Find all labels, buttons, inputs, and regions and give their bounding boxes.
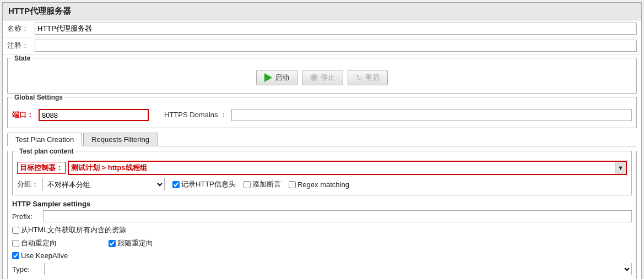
comment-row: 注释： bbox=[3, 37, 641, 54]
type-select-wrap bbox=[44, 263, 632, 275]
checkbox-regex-label: Regex matching bbox=[297, 180, 349, 189]
checkbox-regex[interactable] bbox=[289, 181, 296, 188]
tab-requests-filtering[interactable]: Requests Filtering bbox=[83, 133, 158, 146]
cb-retrieve[interactable] bbox=[12, 227, 19, 234]
main-panel: HTTP代理服务器 名称： 注释： State 启动 停止 ↺ 重启 G bbox=[2, 2, 642, 279]
target-controller-dropdown[interactable]: ▼ bbox=[615, 162, 626, 174]
target-controller-label: 目标控制器： bbox=[17, 162, 66, 174]
cb-keepalive[interactable] bbox=[12, 252, 19, 259]
stop-icon bbox=[310, 74, 318, 81]
state-buttons: 启动 停止 ↺ 重启 bbox=[8, 67, 636, 89]
start-button[interactable]: 启动 bbox=[256, 70, 297, 85]
restart-label: 重启 bbox=[365, 73, 380, 83]
cb-retrieve-label: 从HTML文件获取所有内含的资源 bbox=[21, 225, 126, 235]
tab-content: Test plan content 目标控制器： ▼ 分组： 不对样本分组 bbox=[7, 151, 637, 279]
name-label: 名称： bbox=[7, 24, 35, 34]
test-plan-content-section: Test plan content 目标控制器： ▼ 分组： 不对样本分组 bbox=[12, 151, 632, 195]
cb-keepalive-item[interactable]: Use KeepAlive bbox=[12, 251, 68, 260]
tab-test-plan[interactable]: Test Plan Creation bbox=[7, 133, 82, 146]
cb-follow[interactable] bbox=[109, 240, 116, 247]
name-row: 名称： bbox=[3, 20, 641, 37]
stop-button[interactable]: 停止 bbox=[302, 70, 343, 85]
checkbox-regex-item[interactable]: Regex matching bbox=[289, 180, 349, 189]
cb-redirect[interactable] bbox=[12, 240, 19, 247]
start-label: 启动 bbox=[275, 73, 289, 83]
checkbox-assert[interactable] bbox=[243, 181, 251, 188]
name-input[interactable] bbox=[35, 23, 637, 35]
prefix-row: Prefix: bbox=[12, 209, 632, 223]
group-select-wrap: 不对样本分组 bbox=[42, 178, 165, 190]
checkbox-group: 记录HTTP信息头 添加断言 Regex matching bbox=[172, 179, 349, 189]
state-label: State bbox=[12, 54, 33, 62]
group-select[interactable]: 不对样本分组 bbox=[43, 178, 164, 190]
restart-icon: ↺ bbox=[356, 73, 362, 82]
port-label: 端口： bbox=[12, 110, 34, 120]
global-settings-label: Global Settings bbox=[12, 94, 65, 101]
target-input-wrap: ▼ bbox=[68, 161, 627, 175]
comment-label: 注释： bbox=[7, 41, 35, 51]
options-row-3: Use KeepAlive bbox=[12, 250, 632, 261]
target-controller-row: 目标控制器： ▼ bbox=[13, 160, 631, 176]
tabs-header: Test Plan Creation Requests Filtering bbox=[7, 133, 637, 146]
restart-button[interactable]: ↺ 重启 bbox=[348, 70, 388, 85]
type-select[interactable] bbox=[45, 263, 631, 275]
target-controller-input[interactable] bbox=[69, 162, 615, 174]
cb-redirect-item[interactable]: 自动重定向 bbox=[12, 238, 57, 248]
cb-retrieve-item[interactable]: 从HTML文件获取所有内含的资源 bbox=[12, 225, 126, 235]
stop-label: 停止 bbox=[321, 73, 335, 83]
type-row: Type: bbox=[12, 261, 632, 277]
cb-follow-label: 跟随重定向 bbox=[117, 238, 153, 248]
sampler-section: HTTP Sampler settings Prefix: 从HTML文件获取所… bbox=[12, 200, 632, 277]
prefix-label: Prefix: bbox=[12, 212, 40, 221]
options-row-1: 从HTML文件获取所有内含的资源 bbox=[12, 223, 632, 237]
type-label: Type: bbox=[12, 265, 40, 273]
checkbox-assert-item[interactable]: 添加断言 bbox=[243, 179, 281, 189]
play-icon bbox=[264, 73, 272, 82]
global-settings-section: Global Settings 端口： HTTPS Domains ： bbox=[7, 97, 637, 128]
global-row: 端口： HTTPS Domains ： bbox=[8, 106, 636, 124]
cb-keepalive-label: Use KeepAlive bbox=[21, 251, 68, 260]
options-row-2: 自动重定向 跟随重定向 bbox=[12, 237, 632, 250]
group-row: 分组： 不对样本分组 记录HTTP信息头 添加断言 bbox=[13, 176, 631, 193]
test-plan-content-label: Test plan content bbox=[17, 147, 75, 155]
cb-redirect-label: 自动重定向 bbox=[21, 238, 57, 248]
state-section: State 启动 停止 ↺ 重启 bbox=[7, 58, 637, 94]
port-input[interactable] bbox=[39, 109, 149, 121]
panel-title: HTTP代理服务器 bbox=[3, 3, 641, 20]
cb-follow-item[interactable]: 跟随重定向 bbox=[109, 238, 153, 248]
tabs-container: Test Plan Creation Requests Filtering Te… bbox=[7, 133, 637, 279]
checkbox-http[interactable] bbox=[172, 181, 180, 188]
https-input[interactable] bbox=[231, 109, 632, 121]
comment-input[interactable] bbox=[35, 40, 637, 52]
group-label: 分组： bbox=[17, 179, 39, 189]
sampler-title: HTTP Sampler settings bbox=[12, 200, 632, 208]
checkbox-http-item[interactable]: 记录HTTP信息头 bbox=[172, 179, 236, 189]
prefix-input[interactable] bbox=[43, 210, 632, 222]
checkbox-assert-label: 添加断言 bbox=[252, 179, 281, 189]
https-label: HTTPS Domains ： bbox=[164, 110, 227, 120]
checkbox-http-label: 记录HTTP信息头 bbox=[181, 179, 236, 189]
